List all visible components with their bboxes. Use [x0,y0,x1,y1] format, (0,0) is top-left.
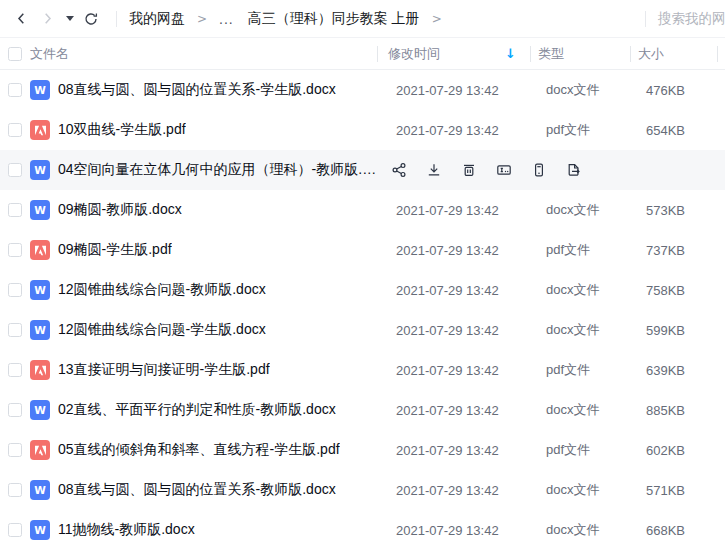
file-modified-time-cell: 2021-07-29 13:42 [385,443,538,458]
row-checkbox[interactable] [8,443,22,457]
download-icon[interactable] [426,162,442,178]
breadcrumb-current[interactable]: 高三（理科）同步教案 上册 [248,10,420,28]
file-modified-time: 2021-07-29 13:42 [396,283,499,298]
file-name-cell: W08直线与圆、圆与圆的位置关系-学生版.docx [0,80,385,100]
file-row[interactable]: W12圆锥曲线综合问题-教师版.docx2021-07-29 13:42docx… [0,270,725,310]
row-checkbox[interactable] [8,523,22,537]
breadcrumb-root[interactable]: 我的网盘 [129,10,185,28]
header-type-cell[interactable]: 类型 [530,45,630,63]
forward-button[interactable] [34,6,60,32]
file-row[interactable]: W09椭圆-教师版.docx2021-07-29 13:42docx文件573K… [0,190,725,230]
device-icon[interactable] [531,162,547,178]
select-all-checkbox[interactable] [8,47,22,61]
file-name[interactable]: 12圆锥曲线综合问题-教师版.docx [58,281,266,299]
file-modified-time-cell: 2021-07-29 13:42 [385,243,538,258]
refresh-button[interactable] [78,6,104,32]
file-modified-time: 2021-07-29 13:42 [396,403,499,418]
sort-desc-arrow-icon[interactable]: ↓ [505,47,516,60]
file-size: 654KB [646,123,685,138]
file-type: pdf文件 [546,441,590,459]
file-type-cell: docx文件 [538,281,638,299]
header-end-divider [717,38,725,69]
row-checkbox[interactable] [8,123,22,137]
file-type: docx文件 [546,81,599,99]
file-size-cell: 737KB [638,243,725,258]
word-file-icon: W [30,520,50,540]
file-name[interactable]: 02直线、平面平行的判定和性质-教师版.docx [58,401,336,419]
file-size-cell: 758KB [638,283,725,298]
file-modified-time-cell: 2021-07-29 13:42 [385,83,538,98]
file-name[interactable]: 12圆锥曲线综合问题-学生版.docx [58,321,266,339]
breadcrumb: 我的网盘 > ... 高三（理科）同步教案 上册 > [129,10,454,28]
history-dropdown-button[interactable] [62,6,78,32]
row-checkbox[interactable] [8,403,22,417]
file-row[interactable]: 09椭圆-学生版.pdf2021-07-29 13:42pdf文件737KB [0,230,725,270]
row-checkbox[interactable] [8,483,22,497]
file-type: pdf文件 [546,121,590,139]
back-button[interactable] [8,6,34,32]
file-name[interactable]: 04空间向量在立体几何中的应用（理科）-教师版.docx [58,161,377,179]
file-modified-time: 2021-07-29 13:42 [396,203,499,218]
file-name-cell: 09椭圆-学生版.pdf [0,240,385,260]
file-row[interactable]: W08直线与圆、圆与圆的位置关系-教师版.docx2021-07-29 13:4… [0,470,725,510]
file-list: W08直线与圆、圆与圆的位置关系-学生版.docx2021-07-29 13:4… [0,70,725,550]
file-name-cell: W08直线与圆、圆与圆的位置关系-教师版.docx [0,480,385,500]
file-row[interactable]: W04空间向量在立体几何中的应用（理科）-教师版.docx [0,150,725,190]
file-name[interactable]: 08直线与圆、圆与圆的位置关系-教师版.docx [58,481,336,499]
file-type-cell: docx文件 [538,321,638,339]
breadcrumb-separator: > [197,12,207,26]
word-file-icon: W [30,480,50,500]
file-row[interactable]: 13直接证明与间接证明-学生版.pdf2021-07-29 13:42pdf文件… [0,350,725,390]
breadcrumb-collapsed[interactable]: ... [219,11,234,27]
file-row[interactable]: W12圆锥曲线综合问题-学生版.docx2021-07-29 13:42docx… [0,310,725,350]
file-row[interactable]: 10双曲线-学生版.pdf2021-07-29 13:42pdf文件654KB [0,110,725,150]
row-checkbox[interactable] [8,163,22,177]
file-modified-time-cell: 2021-07-29 13:42 [385,283,538,298]
file-type-cell: docx文件 [538,201,638,219]
file-name[interactable]: 13直接证明与间接证明-学生版.pdf [58,361,270,379]
file-name-cell: W04空间向量在立体几何中的应用（理科）-教师版.docx [0,160,377,180]
file-modified-time-cell: 2021-07-29 13:42 [385,203,538,218]
search-input[interactable]: 搜索我的网盘 [658,10,725,28]
header-size-cell[interactable]: 大小 [630,45,717,63]
file-size-cell: 573KB [638,203,725,218]
file-type-cell: docx文件 [538,481,638,499]
file-row[interactable]: 05直线的倾斜角和斜率、直线方程-学生版.pdf2021-07-29 13:42… [0,430,725,470]
file-name[interactable]: 08直线与圆、圆与圆的位置关系-学生版.docx [58,81,336,99]
move-icon[interactable] [566,162,582,178]
toolbar-divider [116,11,117,27]
word-file-icon: W [30,80,50,100]
file-name[interactable]: 05直线的倾斜角和斜率、直线方程-学生版.pdf [58,441,340,459]
file-row[interactable]: W02直线、平面平行的判定和性质-教师版.docx2021-07-29 13:4… [0,390,725,430]
row-checkbox[interactable] [8,243,22,257]
row-checkbox[interactable] [8,283,22,297]
file-size-cell: 885KB [638,403,725,418]
row-checkbox[interactable] [8,363,22,377]
delete-icon[interactable] [461,162,477,178]
file-name[interactable]: 10双曲线-学生版.pdf [58,121,186,139]
chevron-left-icon [14,11,29,26]
pdf-file-icon [30,240,50,260]
share-icon[interactable] [391,162,407,178]
file-modified-time-cell: 2021-07-29 13:42 [385,363,538,378]
file-size: 668KB [646,523,685,538]
file-size-cell: 602KB [638,443,725,458]
file-name[interactable]: 11抛物线-教师版.docx [58,521,195,539]
file-modified-time-cell: 2021-07-29 13:42 [385,523,538,538]
word-file-icon: W [30,160,50,180]
file-size: 885KB [646,403,685,418]
rename-icon[interactable] [496,162,512,178]
row-checkbox[interactable] [8,83,22,97]
file-modified-time-cell: 2021-07-29 13:42 [385,403,538,418]
file-row[interactable]: W11抛物线-教师版.docx2021-07-29 13:42docx文件668… [0,510,725,550]
header-time-cell[interactable]: 修改时间 ↓ [377,45,530,63]
file-name[interactable]: 09椭圆-学生版.pdf [58,241,172,259]
row-checkbox[interactable] [8,203,22,217]
row-checkbox[interactable] [8,323,22,337]
file-modified-time-cell: 2021-07-29 13:42 [385,323,538,338]
file-row[interactable]: W08直线与圆、圆与圆的位置关系-学生版.docx2021-07-29 13:4… [0,70,725,110]
file-modified-time: 2021-07-29 13:42 [396,243,499,258]
file-size-cell: 599KB [638,323,725,338]
file-modified-time: 2021-07-29 13:42 [396,443,499,458]
file-name[interactable]: 09椭圆-教师版.docx [58,201,182,219]
